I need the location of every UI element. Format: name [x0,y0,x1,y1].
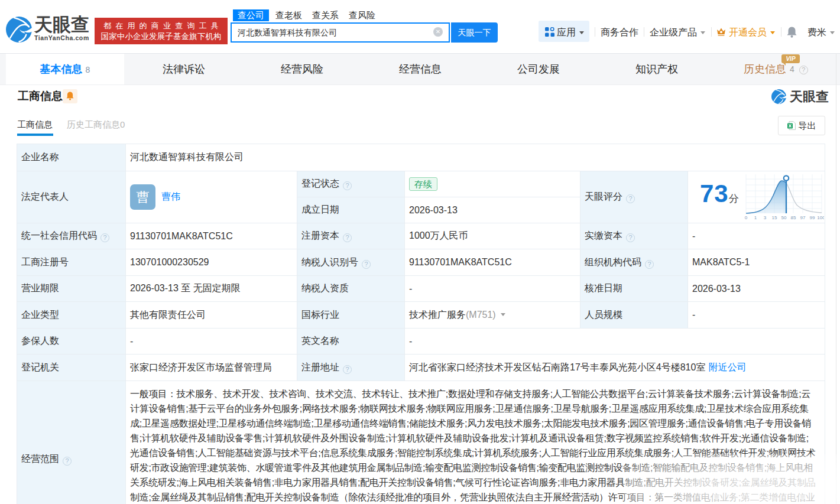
svg-text:99: 99 [810,215,815,220]
svg-text:1: 1 [754,215,757,220]
svg-text:50: 50 [781,215,787,220]
svg-text:100: 100 [817,215,824,220]
svg-text:97: 97 [800,215,806,220]
svg-text:3: 3 [764,215,767,220]
svg-text:15: 15 [772,215,777,220]
svg-text:0: 0 [745,215,748,220]
svg-text:85: 85 [791,215,796,220]
